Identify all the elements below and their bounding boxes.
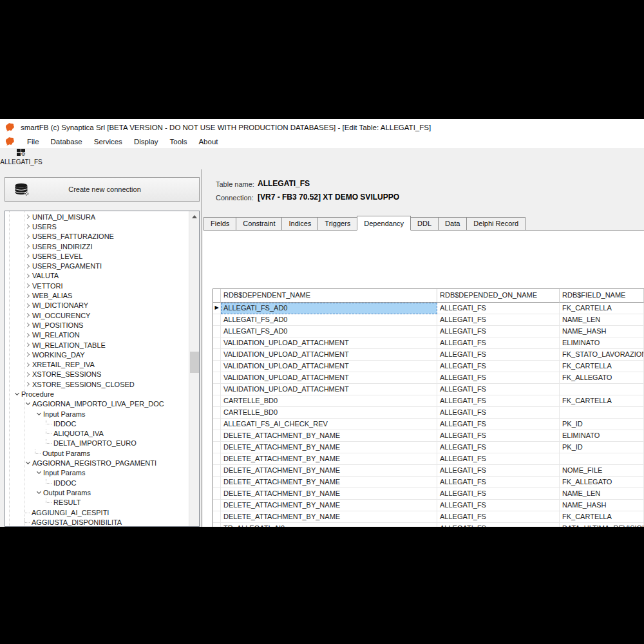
tree-item-web-alias[interactable]: WEB_ALIAS bbox=[5, 290, 188, 300]
tree-item-users-fatturazione[interactable]: USERS_FATTURAZIONE bbox=[5, 232, 188, 242]
grid-cell[interactable]: DATA_ULTIMA_REVISIONE bbox=[560, 523, 644, 527]
grid-cell[interactable]: DELETE_ATTACHMENT_BY_NAME bbox=[221, 465, 437, 477]
grid-cell[interactable]: ALLEGATI_FS bbox=[437, 326, 560, 337]
tree-item-valuta[interactable]: VALUTA bbox=[5, 271, 188, 281]
table-row[interactable]: CARTELLE_BD0ALLEGATI_FSFK_CARTELLA bbox=[213, 395, 644, 407]
grid-cell[interactable]: FK_CARTELLA bbox=[560, 511, 644, 523]
tree-item-users[interactable]: USERS bbox=[5, 222, 188, 231]
tab-triggers[interactable]: Triggers bbox=[317, 217, 357, 230]
table-row[interactable]: TR_ALLEGATI_AI0ALLEGATI_FSDATA_ULTIMA_RE… bbox=[213, 523, 644, 527]
chevron-right-icon[interactable] bbox=[24, 265, 32, 268]
tree-item-delta-importo-euro[interactable]: DELTA_IMPORTO_EURO bbox=[5, 439, 188, 448]
grid-cell[interactable]: ALLEGATI_FS bbox=[437, 314, 560, 326]
grid-cell[interactable]: CARTELLE_BD0 bbox=[221, 407, 437, 419]
chevron-right-icon[interactable] bbox=[24, 245, 32, 248]
tree-item-users-level[interactable]: USERS_LEVEL bbox=[5, 251, 188, 261]
chevron-down-icon[interactable] bbox=[24, 403, 32, 404]
tree-item-iddoc[interactable]: IDDOC bbox=[5, 419, 188, 428]
tree-item-result[interactable]: RESULT bbox=[5, 498, 188, 507]
chevron-right-icon[interactable] bbox=[24, 383, 32, 386]
tree-item-wi-relation-table[interactable]: WI_RELATION_TABLE bbox=[5, 340, 188, 350]
chevron-down-icon[interactable] bbox=[35, 472, 43, 473]
grid-column-header[interactable]: RDB$DEPENDENT_NAME bbox=[221, 289, 437, 303]
menu-item-tools[interactable]: Tools bbox=[164, 137, 193, 147]
tree-item-aggiungi-ai-cespiti[interactable]: AGGIUNGI_AI_CESPITI bbox=[5, 507, 188, 517]
grid-cell[interactable]: TR_ALLEGATI_AI0 bbox=[221, 523, 437, 527]
tree-item-procedure[interactable]: Procedure bbox=[5, 389, 188, 399]
grid-cell[interactable]: ALLEGATI_FS bbox=[437, 303, 560, 314]
tree-item-iddoc[interactable]: IDDOC bbox=[5, 478, 188, 488]
chevron-down-icon[interactable] bbox=[35, 492, 43, 493]
grid-cell[interactable]: ALLEGATI_FS bbox=[437, 465, 560, 477]
grid-cell[interactable]: FK_ALLEGATO bbox=[560, 372, 644, 384]
tab-fields[interactable]: Fields bbox=[204, 217, 236, 230]
grid-cell[interactable]: ALLEGATI_FS bbox=[437, 337, 560, 349]
grid-cell[interactable]: ALLEGATI_FS_AD0 bbox=[221, 303, 437, 314]
grid-cell[interactable]: ALLEGATI_FS bbox=[437, 442, 560, 453]
tab-data[interactable]: Data bbox=[438, 217, 467, 230]
grid-cell[interactable]: FK_CARTELLA bbox=[560, 303, 644, 314]
grid-cell[interactable] bbox=[560, 384, 644, 395]
tree-item-input-params[interactable]: Input Params bbox=[5, 409, 188, 419]
grid-cell[interactable]: FK_CARTELLA bbox=[560, 395, 644, 407]
tree-item-aggiorna-registro-pagamenti[interactable]: AGGIORNA_REGISTRO_PAGAMENTI bbox=[5, 458, 188, 468]
tree-item-unita-di-misura[interactable]: UNITA_DI_MISURA bbox=[5, 212, 188, 222]
tree-item-xstore-sessions[interactable]: XSTORE_SESSIONS bbox=[5, 370, 188, 379]
tab-dependancy[interactable]: Dependancy bbox=[357, 216, 411, 231]
tree-scrollbar[interactable] bbox=[189, 211, 199, 526]
grid-cell[interactable]: DELETE_ATTACHMENT_BY_NAME bbox=[221, 488, 437, 500]
grid-cell[interactable]: ALLEGATI_FS bbox=[437, 407, 560, 419]
grid-cell[interactable]: ALLEGATI_FS bbox=[437, 523, 560, 527]
chevron-down-icon[interactable] bbox=[24, 462, 32, 464]
grid-cell[interactable]: DELETE_ATTACHMENT_BY_NAME bbox=[221, 500, 437, 511]
open-table-button[interactable]: ⚙ ALLEGATI_FS bbox=[1, 148, 41, 169]
table-row[interactable]: VALIDATION_UPLOAD_ATTACHMENTALLEGATI_FSF… bbox=[213, 361, 644, 372]
chevron-right-icon[interactable] bbox=[24, 334, 32, 337]
table-row[interactable]: ALLEGATI_FS_AD0ALLEGATI_FSNAME_LEN bbox=[213, 314, 644, 326]
chevron-right-icon[interactable] bbox=[24, 284, 32, 287]
grid-cell[interactable]: ELIMINATO bbox=[560, 430, 644, 442]
table-row[interactable]: DELETE_ATTACHMENT_BY_NAMEALLEGATI_FSFK_A… bbox=[213, 477, 644, 488]
tree-item-aggiorna-importo-liva-per-doc[interactable]: AGGIORNA_IMPORTO_LIVA_PER_DOC bbox=[5, 399, 188, 409]
grid-cell[interactable]: NAME_LEN bbox=[560, 488, 644, 500]
grid-cell[interactable]: ALLEGATI_FS bbox=[437, 349, 560, 361]
table-row[interactable]: VALIDATION_UPLOAD_ATTACHMENTALLEGATI_FSF… bbox=[213, 372, 644, 384]
grid-cell[interactable]: DELETE_ATTACHMENT_BY_NAME bbox=[221, 511, 437, 523]
table-row[interactable]: DELETE_ATTACHMENT_BY_NAMEALLEGATI_FSELIM… bbox=[213, 430, 644, 442]
chevron-right-icon[interactable] bbox=[24, 353, 32, 356]
grid-cell[interactable]: NAME_HASH bbox=[560, 326, 644, 337]
grid-cell[interactable]: PK_ID bbox=[560, 419, 644, 430]
grid-cell[interactable]: VALIDATION_UPLOAD_ATTACHMENT bbox=[221, 384, 437, 395]
grid-cell[interactable]: NAME_LEN bbox=[560, 314, 644, 326]
tree-item-aggiusta-disponibilita[interactable]: AGGIUSTA_DISPONIBILITA bbox=[5, 517, 188, 527]
grid-cell[interactable] bbox=[560, 407, 644, 419]
chevron-down-icon[interactable] bbox=[13, 393, 21, 395]
grid-cell[interactable]: FK_ALLEGATO bbox=[560, 477, 644, 488]
table-row[interactable]: ▶ALLEGATI_FS_AD0ALLEGATI_FSFK_CARTELLA bbox=[213, 303, 644, 314]
tab-ddl[interactable]: DDL bbox=[410, 217, 439, 230]
chevron-right-icon[interactable] bbox=[24, 363, 32, 366]
scrollbar-thumb[interactable] bbox=[190, 352, 199, 373]
grid-cell[interactable]: DELETE_ATTACHMENT_BY_NAME bbox=[221, 430, 437, 442]
grid-cell[interactable]: ALLEGATI_FS bbox=[437, 395, 560, 407]
grid-cell[interactable] bbox=[560, 453, 644, 465]
tree-item-output-params[interactable]: Output Params bbox=[5, 488, 188, 497]
table-row[interactable]: DELETE_ATTACHMENT_BY_NAMEALLEGATI_FS bbox=[213, 453, 644, 465]
grid-cell[interactable]: CARTELLE_BD0 bbox=[221, 395, 437, 407]
grid-cell[interactable]: FK_CARTELLA bbox=[560, 361, 644, 372]
grid-cell[interactable]: ALLEGATI_FS bbox=[437, 384, 560, 395]
grid-cell[interactable]: ALLEGATI_FS bbox=[437, 430, 560, 442]
tab-delphi-record[interactable]: Delphi Record bbox=[466, 217, 526, 230]
grid-cell[interactable]: ALLEGATI_FS bbox=[437, 372, 560, 384]
grid-cell[interactable]: ALLEGATI_FS bbox=[437, 477, 560, 488]
grid-cell[interactable]: ALLEGATI_FS bbox=[437, 500, 560, 511]
grid-cell[interactable]: NOME_FILE bbox=[560, 465, 644, 477]
table-row[interactable]: DELETE_ATTACHMENT_BY_NAMEALLEGATI_FSNOME… bbox=[213, 465, 644, 477]
tree-item-wi-relation[interactable]: WI_RELATION bbox=[5, 330, 188, 340]
table-row[interactable]: DELETE_ATTACHMENT_BY_NAMEALLEGATI_FSNAME… bbox=[213, 488, 644, 500]
tree-item-vettori[interactable]: VETTORI bbox=[5, 281, 188, 290]
tree-item-wi-positions[interactable]: WI_POSITIONS bbox=[5, 320, 188, 330]
chevron-right-icon[interactable] bbox=[24, 215, 32, 218]
grid-cell[interactable]: FK_STATO_LAVORAZIONE bbox=[560, 349, 644, 361]
table-row[interactable]: DELETE_ATTACHMENT_BY_NAMEALLEGATI_FSNAME… bbox=[213, 500, 644, 511]
